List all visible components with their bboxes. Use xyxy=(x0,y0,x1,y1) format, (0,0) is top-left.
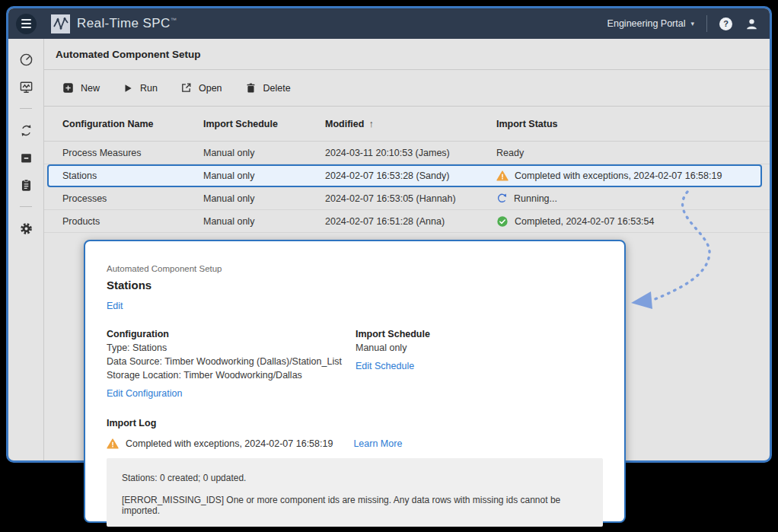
modified: 2024-03-11 20:10:53 (James) xyxy=(325,148,496,158)
import-status: Ready xyxy=(496,148,524,158)
import-schedule: Manual only xyxy=(203,193,325,204)
app-logo-icon xyxy=(50,14,71,34)
table-row[interactable]: Products Manual only 2024-02-07 16:51:28… xyxy=(44,210,770,233)
sync-icon[interactable] xyxy=(18,123,33,138)
archive-box-icon[interactable] xyxy=(18,150,33,165)
log-line: [ERROR_MISSING_IDS] One or more componen… xyxy=(122,495,588,516)
configuration-storage-location: Storage Location: Timber Woodworking/Dal… xyxy=(107,370,356,381)
table-row-selected[interactable]: Stations Manual only 2024-02-07 16:53:28… xyxy=(47,164,762,187)
import-status: Running... xyxy=(514,193,557,204)
clipboard-icon[interactable] xyxy=(18,177,33,193)
import-schedule-section: Import Schedule Manual only Edit Schedul… xyxy=(356,329,430,400)
sidebar xyxy=(8,39,44,463)
import-schedule-value: Manual only xyxy=(356,342,430,353)
open-button[interactable]: Open xyxy=(180,82,222,94)
run-icon xyxy=(123,83,133,94)
import-log-status: Completed with exceptions, 2024-02-07 16… xyxy=(107,438,603,450)
import-status: Completed, 2024-02-07 16:53:54 xyxy=(515,216,654,227)
import-schedule: Manual only xyxy=(203,216,325,227)
app-title: Real-Time SPC™ xyxy=(77,16,177,31)
hamburger-menu-icon[interactable] xyxy=(16,14,37,34)
import-schedule: Manual only xyxy=(203,170,325,181)
table-row[interactable]: Processes Manual only 2024-02-07 16:53:0… xyxy=(44,187,770,210)
column-header-modified[interactable]: Modified↑ xyxy=(325,119,496,129)
import-schedule: Manual only xyxy=(203,148,325,158)
portal-selector[interactable]: Engineering Portal ▾ xyxy=(607,18,694,29)
edit-schedule-link[interactable]: Edit Schedule xyxy=(356,361,414,371)
import-log-heading: Import Log xyxy=(107,418,603,428)
panel-title: Stations xyxy=(107,279,603,291)
config-name: Products xyxy=(62,216,203,227)
open-icon xyxy=(180,82,192,94)
user-account-icon[interactable] xyxy=(745,17,759,31)
import-schedule-heading: Import Schedule xyxy=(356,329,430,339)
success-check-icon xyxy=(496,215,509,228)
topbar-divider xyxy=(706,15,707,32)
column-header-configuration-name[interactable]: Configuration Name xyxy=(62,119,203,129)
modified: 2024-02-07 16:53:28 (Sandy) xyxy=(325,170,496,181)
modified: 2024-02-07 16:53:05 (Hannah) xyxy=(325,193,496,204)
edit-link[interactable]: Edit xyxy=(107,301,123,311)
panel-eyebrow: Automated Component Setup xyxy=(107,264,603,273)
modified: 2024-02-07 16:51:28 (Anna) xyxy=(325,216,496,227)
new-icon xyxy=(62,82,74,94)
portal-label: Engineering Portal xyxy=(607,18,686,29)
toolbar: New Run Open Delete xyxy=(44,70,770,107)
page-title: Automated Component Setup xyxy=(56,49,201,60)
settings-gear-icon[interactable] xyxy=(18,221,33,236)
config-name: Process Measures xyxy=(62,148,203,158)
running-refresh-icon xyxy=(496,193,508,204)
sidebar-divider xyxy=(20,108,32,109)
sidebar-divider xyxy=(20,206,32,207)
column-header-import-status[interactable]: Import Status xyxy=(496,119,770,129)
page-header: Automated Component Setup xyxy=(44,39,770,70)
warning-icon xyxy=(496,170,509,182)
delete-button[interactable]: Delete xyxy=(245,82,291,94)
configuration-section: Configuration Type: Stations Data Source… xyxy=(107,329,356,400)
import-status: Completed with exceptions, 2024-02-07 16… xyxy=(515,170,722,181)
import-log-status-text: Completed with exceptions, 2024-02-07 16… xyxy=(126,438,333,449)
warning-icon xyxy=(107,438,119,450)
table-row[interactable]: Process Measures Manual only 2024-03-11 … xyxy=(44,142,770,164)
log-line: Stations: 0 created; 0 updated. xyxy=(122,473,588,483)
configuration-data-source: Data Source: Timber Woodworking (Dallas)… xyxy=(107,356,356,367)
table-header: Configuration Name Import Schedule Modif… xyxy=(44,107,770,142)
configuration-type: Type: Stations xyxy=(107,342,356,353)
chevron-down-icon: ▾ xyxy=(690,20,694,27)
learn-more-link[interactable]: Learn More xyxy=(353,438,402,449)
chart-monitor-icon[interactable] xyxy=(18,79,33,94)
detail-panel: Automated Component Setup Stations Edit … xyxy=(84,240,626,523)
new-button[interactable]: New xyxy=(62,82,100,94)
run-button[interactable]: Run xyxy=(123,83,158,94)
config-name: Stations xyxy=(62,170,203,181)
help-icon[interactable]: ? xyxy=(719,18,732,30)
column-header-import-schedule[interactable]: Import Schedule xyxy=(203,119,325,129)
configuration-heading: Configuration xyxy=(107,329,356,339)
import-log-output: Stations: 0 created; 0 updated. [ERROR_M… xyxy=(107,458,603,527)
edit-configuration-link[interactable]: Edit Configuration xyxy=(107,388,182,399)
delete-trash-icon xyxy=(245,82,257,94)
sort-ascending-icon: ↑ xyxy=(368,119,373,129)
config-name: Processes xyxy=(62,193,203,204)
topbar: Real-Time SPC™ Engineering Portal ▾ ? xyxy=(8,8,770,39)
dashboard-gauge-icon[interactable] xyxy=(18,52,33,67)
